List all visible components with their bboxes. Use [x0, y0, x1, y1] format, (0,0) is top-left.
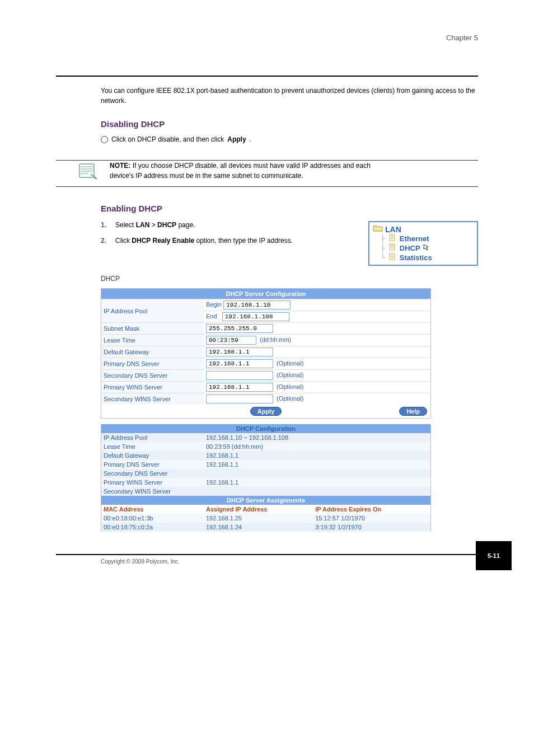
table-row: 00:e0:18:75:c0:2a 192.168.1.24 3:19:32 1…	[101, 523, 431, 532]
step-1-pre: Select	[115, 221, 136, 229]
note-prefix: NOTE:	[110, 162, 133, 170]
heading-disabling-dhcp: Disabling DHCP	[101, 119, 478, 129]
p2-val-0: 192.168.1.10 ~ 192.168.1.108	[204, 433, 431, 442]
label-end: End	[206, 313, 217, 320]
step-2-post: option, then type the IP address.	[196, 237, 293, 245]
dhcp-config-panel: DHCP Configuration IP Address Pool192.16…	[101, 424, 478, 532]
col-ip: Assigned IP Address	[204, 505, 313, 514]
label-subnet: Subnet Mask	[101, 323, 204, 335]
radio-icon	[101, 136, 108, 143]
col-mac: MAC Address	[101, 505, 204, 514]
wins1-opt: (Optional)	[273, 383, 303, 390]
label-gateway: Default Gateway	[101, 346, 204, 358]
input-dns1[interactable]	[206, 359, 273, 368]
page-icon	[387, 243, 397, 253]
step-2-num: 2.	[101, 237, 110, 245]
divider-top	[56, 76, 478, 77]
dhcp-disable-text: Click on DHCP disable, and then click	[111, 135, 224, 143]
p2-label-2: Default Gateway	[101, 451, 204, 460]
folder-icon	[373, 224, 383, 234]
wins2-opt: (Optional)	[273, 395, 303, 402]
page-icon	[387, 253, 397, 262]
label-wins2: Secondary WINS Server	[101, 393, 204, 405]
dhcp-server-config-panel: DHCP Server Configuration IP Address Poo…	[101, 288, 478, 419]
label-ip-pool: IP Address Pool	[101, 299, 204, 323]
p2-label-4: Secondary DNS Server	[101, 469, 204, 478]
note-line2: device's IP address must be in the same …	[110, 172, 303, 180]
p2-label-5: Primary WINS Server	[101, 478, 204, 487]
dhcp-disable-end: .	[250, 135, 251, 143]
label-dns1: Primary DNS Server	[101, 358, 204, 370]
step-1: 1. Select LAN > DHCP page.	[101, 221, 363, 229]
page-number: 5-11	[476, 541, 512, 570]
step-1-b1: LAN	[136, 221, 150, 229]
cell-ip: 192.168.1.24	[204, 523, 313, 532]
p2-label-6: Secondary WINS Server	[101, 487, 204, 496]
p2-val-4	[204, 469, 431, 478]
p2-val-2: 192.168.1.1	[204, 451, 431, 460]
step-2-b1: DHCP Realy Enable	[132, 237, 194, 245]
nav-tree: LAN ├Ethernet ├DHCP └Statistics	[368, 221, 478, 266]
note-line1: If you choose DHCP disable, all devices …	[133, 162, 371, 170]
table-row: 00:e0:18:00:e1:3b 192.168.1.25 15:12:57 …	[101, 514, 431, 523]
col-exp: IP Address Expires On	[313, 505, 430, 514]
heading-enabling-dhcp: Enabling DHCP	[101, 204, 478, 213]
dns2-opt: (Optional)	[273, 372, 303, 378]
label-lease: Lease Time	[101, 335, 204, 346]
cell-exp: 15:12:57 1/2/1970	[313, 514, 430, 523]
input-ip-end[interactable]	[222, 312, 289, 321]
step-2-pre: Click	[115, 237, 132, 245]
step-2: 2. Click DHCP Realy Enable option, then …	[101, 237, 363, 245]
label-wins1: Primary WINS Server	[101, 382, 204, 393]
panel2-assign-title: DHCP Server Assignments	[101, 496, 431, 505]
note-icon	[78, 163, 99, 181]
step-1-post: page.	[178, 221, 195, 229]
cell-exp: 3:19:32 1/2/1970	[313, 523, 430, 532]
dhcp-disable-apply: Apply	[227, 135, 246, 143]
chapter-heading: Chapter 5	[56, 34, 478, 42]
apply-button[interactable]: Apply	[250, 407, 282, 416]
nav-item-ethernet[interactable]: Ethernet	[400, 234, 429, 243]
cell-mac: 00:e0:18:00:e1:3b	[101, 514, 204, 523]
panel1-title: DHCP Server Configuration	[101, 289, 431, 299]
cell-ip: 192.168.1.25	[204, 514, 313, 523]
intro-paragraph: You can configure IEEE 802.1X port-based…	[101, 86, 478, 106]
label-dns2: Secondary DNS Server	[101, 370, 204, 382]
note-divider-bottom	[56, 186, 478, 187]
input-lease[interactable]	[206, 336, 256, 345]
p2-val-1: 00:23:59 (dd:hh:mm)	[204, 442, 431, 451]
step-1-gt: >	[152, 221, 157, 229]
p2-label-3: Primary DNS Server	[101, 460, 204, 469]
cell-mac: 00:e0:18:75:c0:2a	[101, 523, 204, 532]
input-wins2[interactable]	[206, 395, 273, 403]
step-1-num: 1.	[101, 221, 110, 229]
input-subnet[interactable]	[206, 324, 273, 333]
p2-val-6	[204, 487, 431, 496]
input-ip-begin[interactable]	[223, 300, 291, 309]
panel2-title: DHCP Configuration	[101, 424, 431, 433]
label-begin: Begin	[206, 301, 222, 308]
dhcp-subheading: DHCP	[101, 275, 478, 283]
dhcp-disable-line: Click on DHCP disable, and then click Ap…	[101, 135, 478, 143]
lease-suffix: (dd:hh:mm)	[256, 336, 291, 343]
p2-val-5: 192.168.1.1	[204, 478, 431, 487]
cursor-icon	[423, 243, 430, 253]
p2-label-0: IP Address Pool	[101, 433, 204, 442]
divider-bottom	[56, 554, 478, 555]
step-1-b2: DHCP	[157, 221, 176, 229]
dns1-opt: (Optional)	[273, 360, 303, 367]
input-wins1[interactable]	[206, 383, 273, 392]
p2-val-3: 192.168.1.1	[204, 460, 431, 469]
copyright-text: Copyright © 2009 Polycom, Inc.	[101, 558, 478, 565]
input-dns2[interactable]	[206, 371, 273, 380]
page-icon	[387, 234, 397, 243]
input-gateway[interactable]	[206, 348, 273, 356]
help-button[interactable]: Help	[399, 407, 427, 416]
nav-item-statistics[interactable]: Statistics	[400, 253, 432, 262]
nav-root[interactable]: LAN	[385, 225, 401, 234]
p2-label-1: Lease Time	[101, 442, 204, 451]
nav-item-dhcp[interactable]: DHCP	[400, 244, 420, 252]
